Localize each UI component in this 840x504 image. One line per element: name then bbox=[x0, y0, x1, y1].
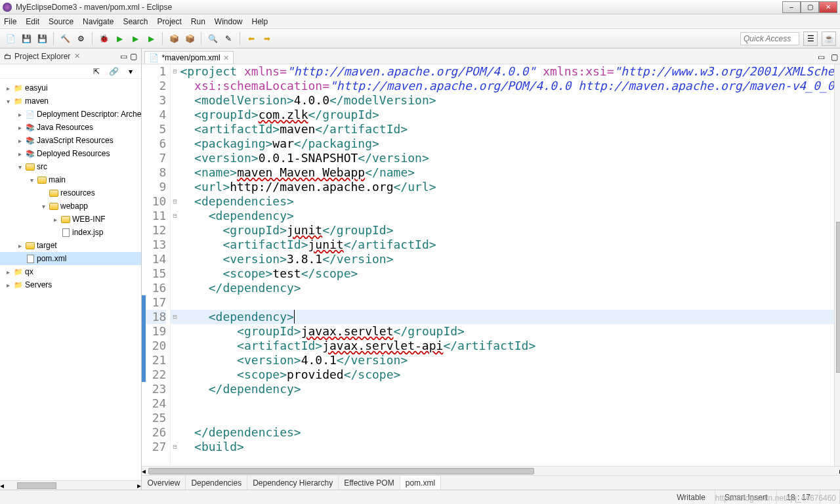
overview-ruler[interactable] bbox=[834, 64, 840, 466]
change-ruler bbox=[142, 295, 146, 382]
run-icon[interactable]: ▶ bbox=[113, 32, 126, 45]
editor-maximize-icon[interactable]: ▢ bbox=[828, 51, 840, 64]
menu-run[interactable]: Run bbox=[191, 17, 205, 26]
tree-item[interactable]: ▸📁easyui bbox=[0, 81, 141, 94]
close-button[interactable]: ✕ bbox=[819, 1, 837, 13]
package-icon[interactable]: 📦 bbox=[167, 32, 180, 45]
code-editor[interactable]: 1234567891011121314151617181920212223242… bbox=[142, 64, 840, 466]
build-button[interactable]: 🔨 bbox=[58, 32, 72, 45]
tree-item[interactable]: ▸target bbox=[0, 239, 141, 252]
tree-item[interactable]: ▸📁qx bbox=[0, 265, 141, 278]
line-number-gutter: 1234567891011121314151617181920212223242… bbox=[142, 64, 171, 466]
tree-item[interactable]: ▾main bbox=[0, 173, 141, 186]
tree-item[interactable]: ▾📁maven bbox=[0, 94, 141, 108]
editor-tab-pom[interactable]: 📄 *maven/pom.xml ✕ bbox=[144, 51, 233, 64]
tree-item[interactable]: ▸WEB-INF bbox=[0, 213, 141, 226]
tab-overview[interactable]: Overview bbox=[142, 476, 186, 490]
project-tree[interactable]: ▸📁easyui▾📁maven▸📄Deployment Descriptor: … bbox=[0, 79, 141, 480]
editor-area: 📄 *maven/pom.xml ✕ ▭ ▢ 12345678910111213… bbox=[142, 49, 840, 490]
tree-item[interactable]: resources bbox=[0, 186, 141, 200]
close-icon[interactable]: ✕ bbox=[74, 52, 80, 60]
view-menu-icon[interactable]: ▾ bbox=[124, 65, 137, 78]
menu-navigate[interactable]: Navigate bbox=[83, 17, 114, 26]
navigator-icon: 🗀 bbox=[4, 52, 12, 61]
editor-tab-label: *maven/pom.xml bbox=[161, 53, 220, 62]
source-code[interactable]: <project xmlns="http://maven.apache.org/… bbox=[178, 64, 834, 466]
run-ext-icon[interactable]: ▶ bbox=[129, 32, 142, 45]
tree-item[interactable]: ▸📄Deployment Descriptor: Arche bbox=[0, 108, 141, 121]
project-explorer-tab[interactable]: 🗀 Project Explorer ✕ ▭ ▢ bbox=[0, 49, 141, 64]
perspective-java-icon[interactable]: ☕ bbox=[822, 32, 836, 46]
tree-item[interactable]: ▸📁Servers bbox=[0, 278, 141, 291]
minimize-view-icon[interactable]: ▭ bbox=[120, 52, 127, 61]
tab-effective-pom[interactable]: Effective POM bbox=[339, 476, 400, 490]
tree-item[interactable]: pom.xml bbox=[0, 252, 141, 265]
tree-item[interactable]: ▾webapp bbox=[0, 200, 141, 213]
tree-item[interactable]: ▸📚Deployed Resources bbox=[0, 147, 141, 160]
sidebar-hscroll[interactable]: ◂▸ bbox=[0, 480, 141, 490]
package2-icon[interactable]: 📦 bbox=[183, 32, 196, 45]
run-ext2-icon[interactable]: ▶ bbox=[144, 32, 158, 45]
titlebar: MyEclipseDome3 - maven/pom.xml - Eclipse… bbox=[0, 0, 840, 14]
nav-back-icon[interactable]: ⬅ bbox=[245, 32, 258, 45]
editor-minimize-icon[interactable]: ▭ bbox=[814, 51, 828, 64]
project-explorer-view: 🗀 Project Explorer ✕ ▭ ▢ ⇱ 🔗 ▾ ▸📁easyui▾… bbox=[0, 49, 142, 490]
status-bar: Writable Smart Insert 18 : 17 https://bl… bbox=[0, 490, 840, 504]
tab-dependency-hierarchy[interactable]: Dependency Hierarchy bbox=[247, 476, 339, 490]
menu-source[interactable]: Source bbox=[49, 17, 74, 26]
tree-item[interactable]: index.jsp bbox=[0, 226, 141, 239]
menu-file[interactable]: File bbox=[4, 17, 16, 26]
maximize-view-icon[interactable]: ▢ bbox=[130, 52, 137, 61]
perspective-jee-icon[interactable]: ☰ bbox=[803, 32, 818, 46]
menu-edit[interactable]: Edit bbox=[26, 17, 39, 26]
file-icon: 📄 bbox=[149, 53, 159, 62]
main-toolbar: 📄 💾 💾 🔨 ⚙ 🐞 ▶ ▶ ▶ 📦 📦 🔍 ✎ ⬅ ➡ ☰ ☕ bbox=[0, 29, 840, 49]
window-title: MyEclipseDome3 - maven/pom.xml - Eclipse bbox=[16, 3, 782, 12]
debug-icon[interactable]: 🐞 bbox=[97, 32, 110, 45]
open-type-icon[interactable]: 🔍 bbox=[206, 32, 219, 45]
editor-bottom-tabs: Overview Dependencies Dependency Hierarc… bbox=[142, 475, 840, 490]
tool-icon[interactable]: ⚙ bbox=[74, 32, 87, 45]
close-tab-icon[interactable]: ✕ bbox=[223, 54, 229, 62]
tree-item[interactable]: ▸📚Java Resources bbox=[0, 121, 141, 134]
watermark: https://blog.csdn.net/qq_44676460 bbox=[715, 494, 836, 503]
save-all-button[interactable]: 💾 bbox=[35, 32, 49, 45]
maximize-button[interactable]: ▢ bbox=[801, 1, 819, 13]
menu-project[interactable]: Project bbox=[157, 17, 181, 26]
open-task-icon[interactable]: ✎ bbox=[222, 32, 235, 45]
minimize-button[interactable]: – bbox=[782, 1, 801, 13]
menu-search[interactable]: Search bbox=[123, 17, 148, 26]
menu-help[interactable]: Help bbox=[252, 17, 268, 26]
tab-dependencies[interactable]: Dependencies bbox=[186, 476, 247, 490]
tree-item[interactable]: ▸📚JavaScript Resources bbox=[0, 134, 141, 147]
tab-pom-xml[interactable]: pom.xml bbox=[400, 476, 441, 490]
quick-access-input[interactable] bbox=[740, 32, 799, 45]
menubar: File Edit Source Navigate Search Project… bbox=[0, 14, 840, 29]
link-editor-icon[interactable]: 🔗 bbox=[107, 65, 120, 78]
collapse-all-icon[interactable]: ⇱ bbox=[90, 65, 103, 78]
nav-fwd-icon[interactable]: ➡ bbox=[261, 32, 274, 45]
fold-column[interactable]: ⊟⊟⊟⊟⊟ bbox=[171, 64, 178, 466]
project-explorer-label: Project Explorer bbox=[14, 52, 70, 61]
app-icon bbox=[3, 3, 12, 12]
editor-hscroll[interactable]: ◂▸ bbox=[142, 466, 840, 475]
menu-window[interactable]: Window bbox=[215, 17, 243, 26]
tree-item[interactable]: ▾src bbox=[0, 160, 141, 173]
new-button[interactable]: 📄 bbox=[4, 32, 17, 45]
save-button[interactable]: 💾 bbox=[20, 32, 33, 45]
status-writable: Writable bbox=[667, 490, 715, 504]
